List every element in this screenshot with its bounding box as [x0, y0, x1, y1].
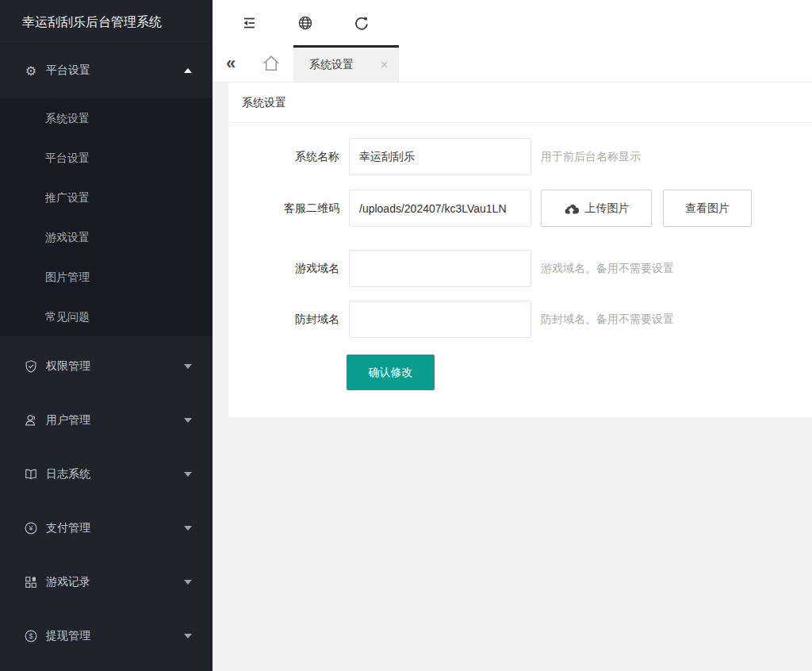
home-tab[interactable] [249, 45, 293, 82]
sidebar-subitem-system-settings[interactable]: 系统设置 [0, 98, 213, 138]
svg-text:$: $ [29, 632, 33, 640]
antiblock-domain-input[interactable] [349, 301, 531, 338]
sidebar-subitem-game-settings[interactable]: 游戏设置 [0, 217, 213, 257]
sidebar-item-withdrawal-management[interactable]: $ 提现管理 [0, 617, 213, 655]
sidebar-item-label: 平台设置 [46, 63, 184, 78]
service-qrcode-input[interactable] [349, 190, 531, 227]
app-title: 幸运刮刮乐后台管理系统 [0, 0, 213, 44]
user-icon [24, 413, 38, 428]
confirm-modify-button[interactable]: 确认修改 [347, 355, 435, 390]
collapse-sidebar-icon[interactable] [240, 14, 258, 32]
view-image-label: 查看图片 [685, 201, 730, 216]
card-title: 系统设置 [228, 82, 812, 123]
tabs-scroll-left-icon[interactable]: « [213, 45, 249, 82]
sidebar-item-log-system[interactable]: 日志系统 [0, 455, 213, 493]
sidebar-subitem-platform-settings[interactable]: 平台设置 [0, 138, 213, 178]
chevron-down-icon [184, 580, 192, 585]
sidebar-item-label: 日志系统 [46, 467, 184, 481]
tab-system-settings[interactable]: 系统设置 × [293, 45, 399, 82]
sidebar: 幸运刮刮乐后台管理系统 ⚙ 平台设置 系统设置 平台设置 推广设置 游戏设置 图… [0, 0, 213, 671]
tab-bar: « 系统设置 × [213, 45, 812, 82]
content-area: 系统设置 系统名称 用于前后台名称显示 客服二维码 [213, 82, 812, 671]
sidebar-item-label: 用户管理 [46, 413, 184, 428]
sidebar-item-label: 权限管理 [46, 359, 184, 374]
sidebar-subitem-faq[interactable]: 常见问题 [0, 297, 213, 336]
tab-label: 系统设置 [309, 58, 354, 72]
sidebar-item-label: 支付管理 [46, 521, 184, 535]
book-icon [24, 467, 38, 481]
sidebar-subitem-promotion-settings[interactable]: 推广设置 [0, 178, 213, 217]
sidebar-item-label: 提现管理 [46, 629, 184, 643]
gear-icon: ⚙ [24, 63, 38, 78]
system-settings-form: 系统名称 用于前后台名称显示 客服二维码 上传图片 [228, 123, 812, 390]
form-row-antiblock-domain: 防封域名 防封域名。备用不需要设置 [228, 301, 812, 338]
system-name-label: 系统名称 [228, 150, 349, 164]
chevron-down-icon [184, 418, 192, 423]
game-domain-input[interactable] [349, 250, 531, 287]
antiblock-domain-hint: 防封域名。备用不需要设置 [541, 312, 674, 327]
game-domain-hint: 游戏域名。备用不需要设置 [541, 262, 674, 276]
form-row-game-domain: 游戏域名 游戏域名。备用不需要设置 [228, 250, 812, 287]
chevron-down-icon [184, 526, 192, 531]
sidebar-item-user-management[interactable]: 用户管理 [0, 401, 213, 439]
upload-image-label: 上传图片 [585, 201, 630, 216]
antiblock-domain-label: 防封域名 [228, 312, 349, 327]
chevron-down-icon [184, 364, 192, 369]
platform-settings-submenu: 系统设置 平台设置 推广设置 游戏设置 图片管理 常见问题 [0, 98, 213, 336]
system-name-hint: 用于前后台名称显示 [541, 150, 641, 164]
main-area: « 系统设置 × 系统设置 系统名称 用于前后台名称显示 [213, 0, 812, 671]
system-name-input[interactable] [349, 138, 531, 175]
home-icon [261, 53, 282, 74]
chevron-up-icon [184, 68, 192, 73]
sidebar-menu: ⚙ 平台设置 系统设置 平台设置 推广设置 游戏设置 图片管理 常见问题 [0, 44, 213, 655]
yen-circle-icon: ¥ [24, 521, 38, 535]
app-root: 幸运刮刮乐后台管理系统 ⚙ 平台设置 系统设置 平台设置 推广设置 游戏设置 图… [0, 0, 812, 671]
blocks-icon [24, 575, 38, 589]
service-qrcode-label: 客服二维码 [228, 201, 349, 216]
shield-check-icon [24, 359, 38, 374]
sidebar-item-platform-settings[interactable]: ⚙ 平台设置 [0, 52, 213, 90]
system-settings-card: 系统设置 系统名称 用于前后台名称显示 客服二维码 [228, 82, 812, 417]
form-row-service-qrcode: 客服二维码 上传图片 查看图片 [228, 190, 812, 227]
top-navbar [213, 0, 812, 45]
chevron-down-icon [184, 634, 192, 638]
sidebar-subitem-image-management[interactable]: 图片管理 [0, 257, 213, 297]
game-domain-label: 游戏域名 [228, 262, 349, 276]
svg-text:¥: ¥ [28, 524, 33, 532]
sidebar-item-game-records[interactable]: 游戏记录 [0, 563, 213, 601]
sidebar-item-label: 游戏记录 [46, 575, 184, 589]
refresh-icon[interactable] [353, 14, 370, 32]
dollar-circle-icon: $ [24, 629, 38, 643]
form-row-submit: 确认修改 [228, 355, 812, 390]
cloud-upload-icon [564, 203, 579, 214]
globe-icon[interactable] [297, 14, 314, 32]
form-row-system-name: 系统名称 用于前后台名称显示 [228, 138, 812, 175]
sidebar-item-payment-management[interactable]: ¥ 支付管理 [0, 509, 213, 547]
sidebar-item-permission-management[interactable]: 权限管理 [0, 347, 213, 385]
view-image-button[interactable]: 查看图片 [663, 190, 752, 227]
close-icon[interactable]: × [381, 59, 388, 71]
upload-image-button[interactable]: 上传图片 [541, 190, 652, 227]
chevron-down-icon [184, 472, 192, 477]
